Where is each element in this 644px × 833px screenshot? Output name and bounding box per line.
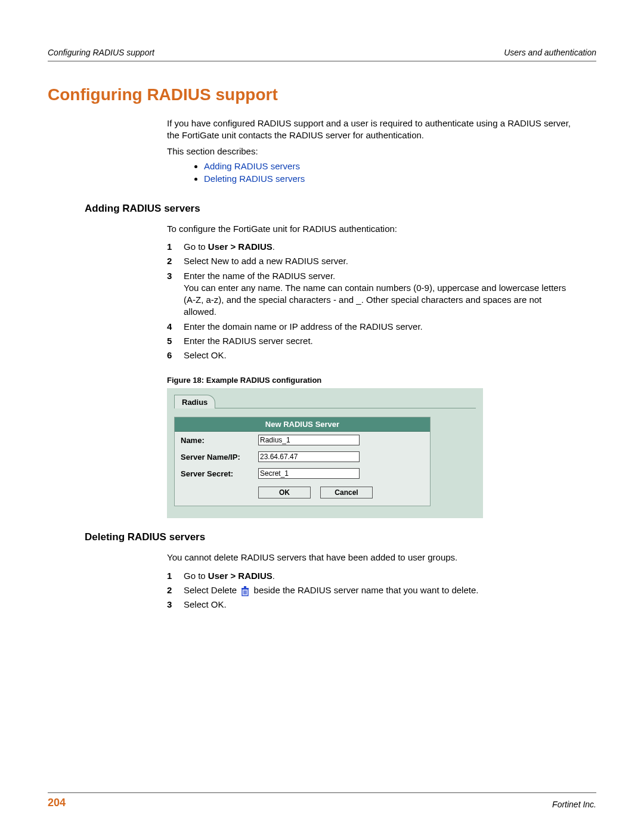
step-text-bold: User > RADIUS (208, 571, 273, 581)
step-row: 3 Select OK. (167, 599, 572, 611)
step-text: Select OK. (184, 349, 572, 361)
step-text: Select Delete beside the RADIUS server n… (184, 584, 572, 596)
page-header: Configuring RADIUS support Users and aut… (48, 48, 596, 61)
svg-rect-1 (244, 586, 246, 588)
delete-steps: 1 Go to User > RADIUS. 2 Select Delete b… (167, 568, 572, 614)
section-heading-delete: Deleting RADIUS servers (85, 531, 596, 543)
delete-intro-block: You cannot delete RADIUS servers that ha… (167, 548, 572, 567)
step-text: Select OK. (184, 599, 572, 611)
step-note: You can enter any name. The name can con… (184, 282, 572, 318)
step-text: Enter the name of the RADIUS server. You… (184, 270, 572, 318)
step-number: 6 (167, 349, 184, 361)
step-text: Go to User > RADIUS. (184, 570, 572, 582)
intro-links-list: Adding RADIUS servers Deleting RADIUS se… (180, 161, 572, 184)
page-number: 204 (48, 797, 66, 809)
figure-caption: Figure 18: Example RADIUS configuration (167, 376, 596, 385)
ok-button[interactable]: OK (258, 487, 311, 498)
tab-radius[interactable]: Radius (174, 395, 215, 408)
add-radius-link[interactable]: Adding RADIUS servers (204, 161, 300, 171)
step-number: 3 (167, 599, 184, 611)
page-footer: 204 Fortinet Inc. (48, 792, 596, 809)
delete-intro-text: You cannot delete RADIUS servers that ha… (167, 552, 572, 563)
step-number: 5 (167, 335, 184, 347)
step-text-bold: User > RADIUS (208, 241, 273, 252)
add-intro-block: To configure the FortiGate unit for RADI… (167, 219, 572, 239)
intro-block: If you have configured RADIUS support an… (167, 114, 572, 190)
step-number: 3 (167, 270, 184, 318)
step-number: 1 (167, 570, 184, 582)
step-text-part: Go to (184, 241, 208, 252)
step-number: 4 (167, 321, 184, 333)
server-secret-input[interactable] (258, 468, 360, 479)
server-ip-input[interactable] (258, 451, 360, 462)
form-label-server: Server Name/IP: (181, 453, 258, 462)
header-left: Configuring RADIUS support (48, 48, 154, 57)
step-text-part: . (273, 571, 275, 581)
name-input[interactable] (258, 435, 360, 445)
step-text-part: beside the RADIUS server name that you w… (254, 585, 479, 595)
step-row: 2 Select Delete beside the RADIUS server… (167, 584, 572, 596)
intro-paragraph-1: If you have configured RADIUS support an… (167, 117, 572, 142)
document-page: Configuring RADIUS support Users and aut… (0, 0, 644, 833)
form-title: New RADIUS Server (175, 417, 430, 432)
step-row: 3 Enter the name of the RADIUS server. Y… (167, 270, 572, 318)
form-button-row: OK Cancel (175, 482, 430, 498)
form-new-radius-server: New RADIUS Server Name: Server Name/IP: … (174, 417, 431, 506)
step-row: 1 Go to User > RADIUS. (167, 241, 572, 253)
form-row-secret: Server Secret: (175, 465, 430, 482)
step-row: 4 Enter the domain name or IP address of… (167, 321, 572, 333)
step-row: 5 Enter the RADIUS server secret. (167, 335, 572, 347)
add-steps: 1 Go to User > RADIUS. 2 Select New to a… (167, 239, 572, 364)
form-row-name: Name: (175, 432, 430, 448)
form-label-secret: Server Secret: (181, 469, 258, 478)
step-text: Enter the RADIUS server secret. (184, 335, 572, 347)
step-text-part: Select Delete (184, 585, 239, 595)
step-text: Go to User > RADIUS. (184, 241, 572, 253)
footer-right: Fortinet Inc. (552, 800, 596, 809)
step-row: 2 Select New to add a new RADIUS server. (167, 255, 572, 267)
link-item: Adding RADIUS servers (204, 161, 572, 171)
cancel-button[interactable]: Cancel (320, 487, 373, 498)
page-title: Configuring RADIUS support (48, 85, 596, 104)
step-row: 1 Go to User > RADIUS. (167, 570, 572, 582)
intro-paragraph-2: This section describes: (167, 145, 572, 157)
step-row: 6 Select OK. (167, 349, 572, 361)
step-text-line: Enter the name of the RADIUS server. (184, 270, 572, 282)
trash-icon (240, 586, 250, 596)
step-number: 1 (167, 241, 184, 253)
step-text-part: . (273, 241, 275, 252)
add-intro-text: To configure the FortiGate unit for RADI… (167, 223, 572, 235)
header-right: Users and authentication (504, 48, 596, 57)
step-number: 2 (167, 584, 184, 596)
section-heading-add: Adding RADIUS servers (85, 203, 596, 215)
step-text: Select New to add a new RADIUS server. (184, 255, 572, 267)
form-label-name: Name: (181, 436, 258, 445)
tab-strip: Radius (174, 394, 476, 408)
step-text-part: Go to (184, 571, 208, 581)
figure-example-radius: Radius New RADIUS Server Name: Server Na… (167, 388, 483, 518)
step-number: 2 (167, 255, 184, 267)
step-text: Enter the domain name or IP address of t… (184, 321, 572, 333)
form-row-server: Server Name/IP: (175, 448, 430, 465)
link-item: Deleting RADIUS servers (204, 174, 572, 184)
delete-radius-link[interactable]: Deleting RADIUS servers (204, 174, 305, 184)
